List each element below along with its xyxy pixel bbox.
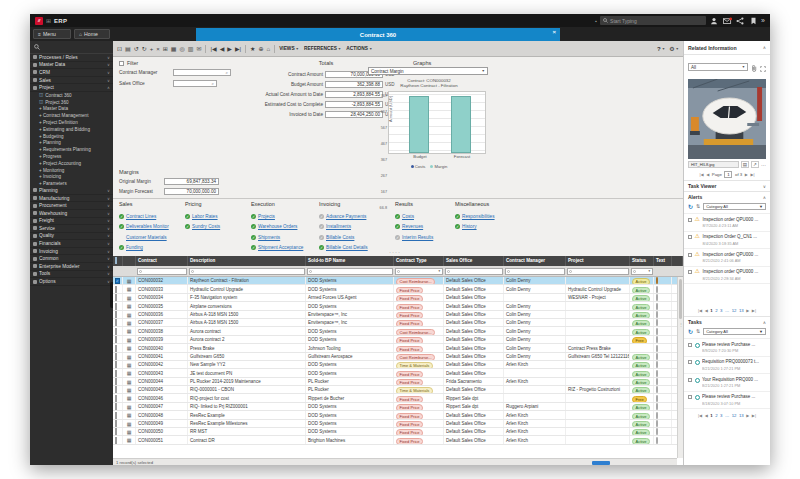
column-header-sold-to-bp-name[interactable]: Sold-to BP Name: [306, 256, 394, 266]
column-header-contract[interactable]: Contract: [136, 256, 188, 266]
column-filter-contract[interactable]: [137, 268, 187, 275]
table-row[interactable]: ▦CON000042New Sample YY2DOD SystemsTime …: [113, 361, 683, 369]
text-indicator-icon[interactable]: [656, 420, 658, 427]
row-select-cell[interactable]: [113, 436, 123, 443]
row-select-cell[interactable]: [113, 361, 123, 368]
attachment-icon[interactable]: ⊕: [258, 46, 263, 52]
row-select-cell[interactable]: [113, 294, 123, 301]
page-link[interactable]: 3: [720, 308, 722, 313]
row-select-cell[interactable]: [113, 311, 123, 318]
sidebar-item-tools[interactable]: Tools∨: [30, 271, 113, 279]
export-icon[interactable]: ▤: [125, 46, 131, 52]
filter-checkbox[interactable]: [119, 61, 124, 66]
item-checkbox[interactable]: [688, 235, 692, 239]
chevron-up-icon[interactable]: ∧: [763, 45, 766, 50]
alerts-section-header[interactable]: Alerts ∧: [684, 191, 770, 202]
table-row[interactable]: ▦CON000046RIQ-project for costRippert de…: [113, 394, 683, 402]
tasks-section-header[interactable]: Tasks ∧: [684, 316, 770, 327]
related-photo[interactable]: [688, 79, 766, 159]
row-checkbox[interactable]: [115, 378, 117, 385]
sidebar-item-sales[interactable]: Sales∨: [30, 77, 113, 85]
text-indicator-icon[interactable]: [656, 428, 658, 435]
global-search-input[interactable]: Start Typing: [600, 16, 706, 25]
mail-notification-icon[interactable]: [722, 16, 732, 26]
link-advance-payments[interactable]: Advance Payments: [326, 214, 366, 219]
sidebar-item-invoicing[interactable]: Invoicing∨: [30, 248, 113, 256]
table-row[interactable]: ▦CON000050RR MSTDOD SystemsFixed PriceDe…: [113, 428, 683, 436]
row-details-icon[interactable]: ▦: [123, 436, 136, 443]
link-billable-costs[interactable]: Billable Costs: [326, 235, 354, 240]
row-checkbox[interactable]: [115, 311, 117, 318]
page-link[interactable]: 2: [715, 308, 717, 313]
first-page-icon[interactable]: |◀: [698, 308, 702, 313]
table-row[interactable]: ▦CON000039Aurora contract 2DOD SystemsFi…: [113, 336, 683, 344]
row-details-icon[interactable]: ▦: [123, 336, 136, 343]
refresh-icon[interactable]: ↻: [142, 46, 147, 52]
row-details-icon[interactable]: ▦: [123, 277, 136, 284]
column-header-sales-office[interactable]: Sales Office: [444, 256, 504, 266]
download-attachment-icon[interactable]: ▤: [741, 161, 749, 168]
link-warehouse-orders[interactable]: Warehouse Orders: [258, 224, 297, 229]
column-filter-status[interactable]: ▼: [631, 268, 653, 275]
sidebar-subitem-estimating-and-bidding[interactable]: + Estimating and Bidding: [30, 126, 113, 133]
close-tab-icon[interactable]: ×: [552, 29, 556, 35]
paperclip-icon[interactable]: [751, 58, 757, 76]
page-link[interactable]: 12: [732, 413, 737, 418]
sidebar-item-enterprise-modeler[interactable]: Enterprise Modeler∨: [30, 263, 113, 271]
sidebar-item-financials[interactable]: Financials∨: [30, 240, 113, 248]
sidebar-item-common[interactable]: Common∨: [30, 255, 113, 263]
page-link[interactable]: 3: [720, 413, 722, 418]
previous-page-icon[interactable]: ◀: [705, 308, 708, 313]
last-page-icon[interactable]: ▶|: [752, 413, 756, 418]
text-indicator-icon[interactable]: [656, 412, 658, 419]
link-shipment-acceptance[interactable]: Shipment Acceptance: [258, 245, 303, 250]
row-details-icon[interactable]: ▦: [123, 311, 136, 318]
toolbar-menu-actions[interactable]: ACTIONS▼: [346, 46, 372, 51]
row-checkbox[interactable]: [115, 328, 117, 335]
item-checkbox[interactable]: [688, 395, 692, 399]
item-checkbox[interactable]: [688, 343, 692, 347]
row-select-cell[interactable]: [113, 378, 123, 385]
row-checkbox[interactable]: [115, 353, 117, 360]
sidebar-item-master-data[interactable]: Master Data∨: [30, 62, 113, 70]
filter-toggle[interactable]: Filter: [119, 60, 138, 66]
more-options-icon[interactable]: »: [761, 17, 765, 24]
table-row[interactable]: ▦CON000045RIQ-0000001 - CBONPL RuckerTim…: [113, 386, 683, 394]
chevron-up-icon[interactable]: ∧: [763, 320, 766, 325]
table-row[interactable]: ▦CON000036Airbus A-318 MSN 1500Envitersp…: [113, 311, 683, 319]
tab-contract-360[interactable]: Contract 360 ×: [196, 28, 560, 41]
sidebar-item-warehousing[interactable]: Warehousing∨: [30, 210, 113, 218]
row-checkbox[interactable]: [115, 319, 117, 326]
sidebar-subitem-project-definition[interactable]: + Project Definition: [30, 119, 113, 126]
text-indicator-icon[interactable]: [656, 311, 658, 318]
row-select-cell[interactable]: [113, 420, 123, 427]
bookmark-icon[interactable]: ★: [250, 46, 255, 52]
table-row[interactable]: ▦CON000041Gulfstream G650Gulfstream Aero…: [113, 353, 683, 361]
next-page-icon[interactable]: ▶: [745, 172, 748, 177]
link-contract-lines[interactable]: Contract Lines: [126, 214, 156, 219]
row-select-cell[interactable]: [113, 411, 123, 418]
help-button[interactable]: ?▼: [657, 46, 665, 52]
link-billable-cost-details[interactable]: Billable Cost Details: [326, 245, 368, 250]
table-row[interactable]: ▦CON000043JE test document PNDOD Systems…: [113, 369, 683, 377]
sidebar-subitem-contract-360[interactable]: ◫Contract 360: [30, 92, 113, 99]
row-details-icon[interactable]: ▦: [123, 361, 136, 368]
table-row[interactable]: ▦CON000048ResRec ExampleDOD SystemsFixed…: [113, 411, 683, 419]
next-record-icon[interactable]: ▶: [227, 46, 232, 52]
page-link[interactable]: 13: [739, 308, 744, 313]
row-details-icon[interactable]: ▦: [123, 319, 136, 326]
related-information-header[interactable]: Related Information ∧: [684, 41, 770, 55]
table-row[interactable]: ✓▦CON000032Raytheon Contract - Filtratio…: [113, 277, 683, 285]
chevron-down-icon[interactable]: ∨: [763, 184, 766, 189]
bookmark-icon[interactable]: [748, 16, 758, 26]
sidebar-search[interactable]: [30, 41, 113, 54]
attachment-more-icon[interactable]: ⋯: [761, 162, 766, 168]
table-row[interactable]: ▦CON000037Airbus A-318 MSN 1500Envitersp…: [113, 319, 683, 327]
sidebar-subitem-project-accounting[interactable]: + Project Accounting: [30, 160, 113, 167]
page-link[interactable]: 12: [732, 308, 737, 313]
column-header-text[interactable]: Text: [654, 256, 672, 266]
first-page-icon[interactable]: |◀: [698, 413, 702, 418]
list-item[interactable]: ⚠Inspection order QPU000 ...8/21/2020 2:…: [684, 249, 770, 267]
search-icon[interactable]: ◎: [180, 46, 185, 52]
chevron-up-icon[interactable]: ∧: [763, 195, 766, 200]
